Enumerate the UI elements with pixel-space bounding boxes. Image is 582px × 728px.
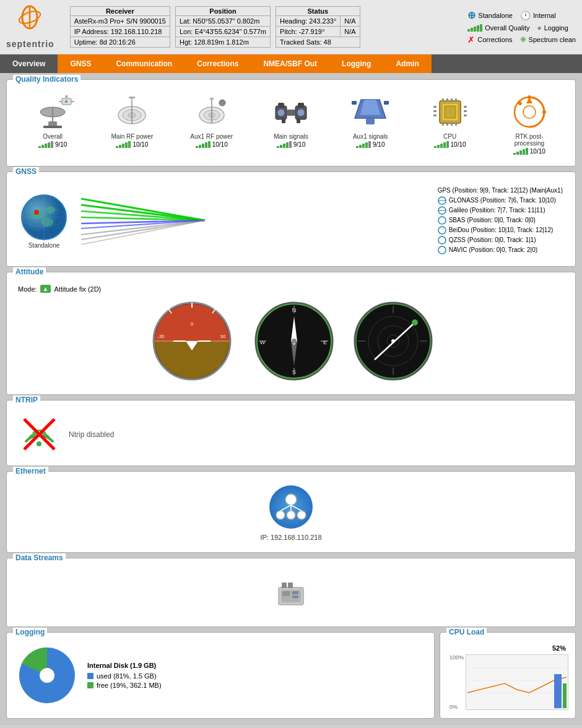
sbas-sat-icon (438, 216, 446, 225)
heading-na: N/A (341, 16, 360, 27)
main-content: Quality Indicators (0, 73, 582, 725)
gnss-beams-svg (81, 186, 205, 254)
gnss-satellite-info: GPS (Position: 9|9, Track: 12|12) (Main|… (438, 186, 563, 255)
logo: septentrio (6, 5, 54, 49)
ethernet-title: Ethernet (13, 467, 48, 475)
svg-line-136 (291, 505, 302, 511)
logging-legend: Internal Disk (1.9 GB) used (81%, 1.5 GB… (87, 662, 162, 691)
ntrip-disabled-icon (19, 414, 59, 454)
svg-rect-139 (282, 591, 290, 596)
corrections-header-label: Corrections (477, 36, 512, 43)
receiver-label: Receiver (70, 7, 170, 16)
nav-corrections[interactable]: Corrections (185, 54, 251, 73)
used-color (87, 673, 93, 679)
svg-rect-140 (292, 591, 298, 594)
cpu-score-bars (434, 141, 449, 148)
svg-rect-38 (384, 101, 389, 105)
nav-admin[interactable]: Admin (383, 54, 431, 73)
glonass-sat-icon (438, 196, 446, 205)
svg-rect-46 (442, 123, 444, 126)
quality-aux1-signals-img (349, 93, 392, 131)
svg-rect-54 (464, 110, 467, 112)
ip-address: IP Address: 192.168.110.218 (70, 27, 170, 37)
status-indicators: ⊕ Standalone 🕐 Internal Overall Quality (467, 9, 576, 45)
clock-icon: 🕐 (520, 11, 531, 20)
svg-point-30 (297, 109, 305, 116)
svg-point-131 (276, 511, 285, 519)
galileo-sat-icon (438, 206, 446, 215)
quality-indicators-section: Quality Indicators (6, 79, 576, 167)
svg-rect-42 (442, 98, 444, 102)
attitude-gauges: -30 0 30 (18, 298, 564, 384)
svg-rect-26 (278, 103, 284, 108)
quality-rtk-img (508, 93, 551, 131)
overall-quality-bars (467, 24, 482, 32)
spectrum-label: Spectrum clean (529, 36, 576, 43)
quality-main-signals-img (269, 93, 313, 131)
gnss-globe: Standalone (19, 193, 69, 249)
qzss-info: QZSS (Position: 0|0, Track: 1|1) (438, 235, 563, 245)
svg-rect-41 (445, 106, 456, 118)
cpu-percentage: 52% (450, 644, 566, 652)
svg-rect-143 (288, 583, 293, 588)
logging-free-item: free (19%, 362.1 MB) (87, 682, 162, 689)
ethernet-network-icon (274, 490, 308, 524)
svg-point-113 (292, 339, 297, 344)
receiver-model: AsteRx-m3 Pro+ S/N 9900015 (70, 16, 170, 27)
svg-text:W: W (260, 339, 266, 345)
svg-rect-32 (282, 118, 285, 123)
cpu-axis: 100% 0% (450, 654, 466, 710)
svg-rect-8 (66, 95, 67, 98)
svg-point-64 (45, 206, 55, 214)
navic-sat-icon (438, 246, 446, 254)
svg-point-58 (523, 106, 536, 118)
quality-overall-img (31, 93, 74, 131)
svg-rect-33 (297, 118, 300, 123)
svg-text:-30: -30 (157, 334, 165, 339)
nav-overview[interactable]: Overview (0, 54, 58, 73)
gps-info: GPS (Position: 9|9, Track: 12|12) (Main|… (438, 186, 563, 196)
svg-rect-43 (446, 98, 448, 102)
status-label: Status (276, 7, 360, 16)
svg-rect-47 (446, 123, 448, 126)
svg-rect-50 (433, 106, 436, 108)
nav-nmea[interactable]: NMEA/SBF Out (251, 54, 329, 73)
cpu-bars-area (466, 654, 568, 710)
quality-item-main-signals: Main signals 9/10 (263, 93, 319, 148)
quality-aux1-signals-score: 9/10 (356, 141, 384, 148)
quality-indicators-title: Quality Indicators (13, 75, 80, 84)
svg-text:30: 30 (220, 334, 226, 339)
pitch: Pitch: -27.919° (276, 27, 341, 37)
svg-point-127 (37, 441, 41, 446)
bottom-row: Logging Internal Disk (1.9 GB) used (81%… (6, 632, 576, 719)
quality-aux1-rf-score: 10/10 (196, 141, 228, 148)
quality-item-aux1-rf: Aux1 RF power 10/10 (184, 93, 240, 148)
nav-communication[interactable]: Communication (103, 54, 185, 73)
attitude-mode-text: Attitude fix (2D) (54, 285, 101, 293)
cpu-axis-0: 0% (450, 704, 464, 710)
header: septentrio Receiver AsteRx-m3 Pro+ S/N 9… (0, 0, 582, 54)
position-label: Position (175, 7, 270, 16)
svg-rect-142 (282, 583, 287, 588)
nav-gnss[interactable]: GNSS (58, 54, 103, 73)
nav-logging[interactable]: Logging (329, 54, 383, 73)
qzss-sat-icon (438, 236, 446, 245)
svg-rect-48 (451, 123, 453, 126)
svg-rect-31 (287, 110, 295, 116)
ethernet-section: Ethernet IP: 192.168.110.218 (6, 471, 576, 553)
logging-used-item: used (81%, 1.5 GB) (87, 672, 162, 680)
quality-main-signals-score: 9/10 (277, 141, 305, 148)
quality-overall-score: 9/10 (38, 141, 67, 148)
overall-icon (31, 93, 74, 131)
overall-quality-indicator: Overall Quality (467, 24, 529, 32)
internal-label: Internal (533, 12, 556, 19)
beidou-sat-icon (438, 226, 446, 235)
quality-cpu-score: 10/10 (434, 141, 466, 148)
standalone-indicator: ⊕ Standalone (467, 9, 513, 21)
svg-rect-37 (352, 101, 357, 105)
svg-rect-45 (455, 98, 457, 102)
svg-rect-53 (464, 106, 467, 108)
logging-icon: ● (537, 24, 541, 32)
svg-rect-10 (71, 101, 74, 102)
svg-text:0: 0 (191, 321, 194, 327)
